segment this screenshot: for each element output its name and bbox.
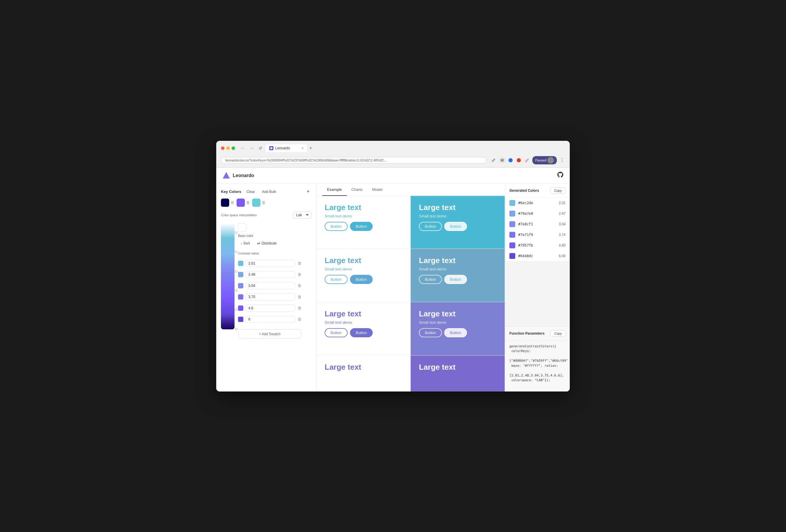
gradient-dot-6[interactable] <box>235 328 237 330</box>
back-button[interactable]: ← <box>240 145 246 151</box>
recording-icon[interactable] <box>516 157 522 163</box>
copy-params-button[interactable]: Copy <box>550 330 565 337</box>
example-btn-6a[interactable]: Button <box>419 328 442 337</box>
maximize-button[interactable] <box>232 146 235 150</box>
contrast-input-2[interactable] <box>246 271 295 278</box>
example-cell-8: Large text <box>411 355 505 392</box>
forward-button[interactable]: → <box>249 145 255 151</box>
add-bulk-button[interactable]: Add Bulk <box>260 189 278 194</box>
tab-close-button[interactable]: × <box>302 146 303 150</box>
gradient-dot-4[interactable] <box>235 289 237 292</box>
app-logo: Leonardo <box>222 171 254 180</box>
contrast-input-3[interactable] <box>246 282 295 289</box>
example-btn-3b[interactable]: Button <box>350 275 373 284</box>
color-result-swatch-6 <box>509 253 515 259</box>
gradient-dot-3[interactable] <box>235 270 237 273</box>
contrast-swatch-4 <box>238 294 243 300</box>
svg-point-0 <box>270 147 273 149</box>
contrast-swatch-2 <box>238 272 243 277</box>
delete-ratio-3[interactable]: 🗑 <box>298 283 301 288</box>
example-btn-2b[interactable]: Button <box>444 222 467 231</box>
browser-controls: ← → ↺ Leonardo × + <box>221 144 565 152</box>
delete-ratio-4[interactable]: 🗑 <box>298 295 301 299</box>
clear-button[interactable]: Clear <box>245 189 257 194</box>
pen-icon[interactable] <box>524 157 530 163</box>
base-color-swatch[interactable] <box>238 223 246 232</box>
tab-model[interactable]: Model <box>367 184 387 196</box>
example-btn-4a[interactable]: Button <box>419 275 442 284</box>
example-btn-3a[interactable]: Button <box>325 275 348 284</box>
gradient-dot-5[interactable] <box>235 308 237 311</box>
example-btn-5a[interactable]: Button <box>325 328 348 337</box>
color-result-swatch-4 <box>509 232 515 238</box>
color-result-hex-4: #7e71f9 <box>518 233 556 237</box>
color-result-hex-1: #6ec2de <box>518 201 556 205</box>
example-btn-6b[interactable]: Button <box>444 328 467 337</box>
color-result-swatch-3 <box>509 221 515 227</box>
example-btn-1b[interactable]: Button <box>350 222 373 231</box>
color-result-hex-5: #7957fb <box>518 243 556 248</box>
close-button[interactable] <box>221 146 225 150</box>
example-btn-1a[interactable]: Button <box>325 222 348 231</box>
contrast-input-5[interactable] <box>246 305 295 312</box>
menu-icon[interactable]: ⋮ <box>559 157 565 163</box>
delete-color-2[interactable]: 🗑 <box>246 200 250 205</box>
color-result-swatch-1 <box>509 200 515 206</box>
interpolation-select[interactable]: Lab LCH HSL RGB <box>293 211 311 218</box>
function-params-section: Function Parameters Copy generateContras… <box>505 326 570 392</box>
github-icon[interactable] <box>557 171 564 180</box>
add-swatch-button[interactable]: + Add Swatch <box>238 329 301 339</box>
right-panel: Generated Colors Copy #6ec2de 2.01 #79a7… <box>505 184 570 392</box>
example-btn-5b[interactable]: Button <box>350 328 373 337</box>
gradient-dot-2[interactable] <box>235 251 237 253</box>
gradient-dot-1[interactable] <box>235 232 237 234</box>
tab-bar: Leonardo × + <box>266 144 312 152</box>
gradient-container <box>221 223 234 339</box>
delete-ratio-1[interactable]: 🗑 <box>298 261 301 265</box>
refresh-button[interactable]: ↺ <box>257 145 263 151</box>
delete-ratio-6[interactable]: 🗑 <box>298 317 301 321</box>
delete-color-1[interactable]: 🗑 <box>230 200 234 205</box>
delete-ratio-2[interactable]: 🗑 <box>298 272 301 277</box>
large-text-3: Large text <box>325 256 402 265</box>
contrast-row-4: 🗑 <box>238 294 301 300</box>
tab-charts[interactable]: Charts <box>347 184 367 196</box>
paused-label: Paused <box>535 159 546 162</box>
color-result-5: #7957fb 4.60 <box>505 240 570 251</box>
delete-color-3[interactable]: 🗑 <box>262 200 265 205</box>
new-tab-button[interactable]: + <box>309 145 312 151</box>
contrast-input-6[interactable] <box>246 316 295 323</box>
contrast-swatch-1 <box>238 261 243 266</box>
color-result-hex-2: #79a7e8 <box>518 211 556 216</box>
contrast-row-5: 🗑 <box>238 305 301 312</box>
color-result-4: #7e71f9 3.74 <box>505 229 570 240</box>
add-color-button[interactable]: + <box>305 188 311 195</box>
copy-generated-button[interactable]: Copy <box>550 187 565 194</box>
example-btn-4b[interactable]: Button <box>444 275 467 284</box>
distribute-button[interactable]: ⇌ Distribute <box>255 240 279 247</box>
tab-example[interactable]: Example <box>322 184 347 196</box>
sort-button[interactable]: ↓ Sort <box>238 240 252 247</box>
contrast-input-4[interactable] <box>246 294 295 300</box>
circle-icon[interactable] <box>508 157 513 163</box>
eyedropper-icon[interactable] <box>491 157 497 163</box>
color-scale-area: Base color ↓ Sort ⇌ Distribute Contr <box>221 223 311 339</box>
color-swatch-purple[interactable] <box>236 199 245 207</box>
paused-badge[interactable]: Paused <box>532 156 557 164</box>
minimize-button[interactable] <box>226 146 230 150</box>
gradient-dots <box>235 223 237 339</box>
example-cell-3: Large text Small text demo Button Button <box>317 249 411 302</box>
example-btn-2a[interactable]: Button <box>419 222 442 231</box>
delete-ratio-5[interactable]: 🗑 <box>298 306 301 310</box>
distribute-icon: ⇌ <box>257 241 260 246</box>
app-header: Leonardo <box>216 168 570 184</box>
color-result-ratio-2: 2.47 <box>559 211 565 216</box>
example-grid: Large text Small text demo Button Button… <box>317 196 505 392</box>
contrast-input-1[interactable] <box>246 260 295 267</box>
browser-tab[interactable]: Leonardo × <box>266 144 307 152</box>
url-bar[interactable]: leonardocolor.io/?colorKeys=%2300004f%2C… <box>221 157 486 163</box>
color-swatch-dark-navy[interactable] <box>221 199 229 207</box>
workaround-icon[interactable]: W <box>499 157 505 163</box>
example-buttons-6: Button Button <box>419 328 496 337</box>
color-swatch-teal[interactable] <box>252 199 260 207</box>
